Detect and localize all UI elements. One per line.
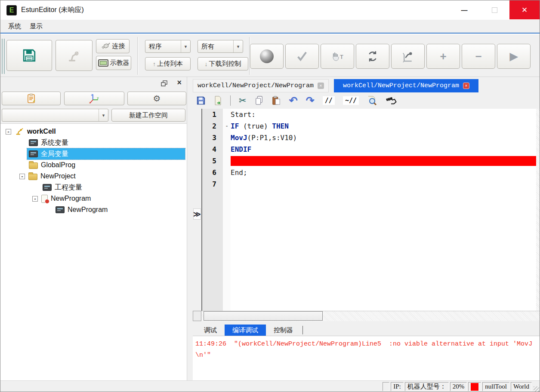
program-select[interactable]: 程序 ▾ — [145, 40, 191, 53]
status-cell-empty — [383, 382, 389, 391]
tab-close-icon[interactable]: × — [463, 83, 469, 89]
expander-icon[interactable]: - — [6, 129, 11, 135]
line-number: 5 — [202, 155, 223, 167]
vertical-scrollbar-track[interactable] — [536, 167, 540, 178]
expander-icon[interactable]: - — [32, 196, 38, 202]
record-button[interactable] — [250, 44, 284, 69]
line-number: 2 — [202, 120, 223, 132]
code-line[interactable]: 3 MovJ(P:P1,s:V10) — [202, 132, 540, 144]
tab-controller[interactable]: 控制器 — [266, 325, 301, 336]
variables-list-button[interactable] — [2, 92, 61, 105]
vertical-scrollbar-track[interactable] — [536, 120, 540, 132]
menu-display[interactable]: 显示 — [25, 22, 47, 31]
teach-pendant-button[interactable]: 示教器 — [96, 56, 131, 70]
checkmark-icon — [296, 50, 308, 62]
code-area[interactable]: 1 Start: 2- IF (true) THEN 3 MovJ(P:P1,s… — [201, 109, 540, 311]
tab-debug[interactable]: 调试 — [196, 325, 225, 336]
filter-select[interactable]: 所有 ▾ — [197, 40, 243, 53]
tree-item-globalprog[interactable]: GlobalProg — [0, 159, 187, 171]
download-to-controller-button[interactable]: ↓ 下载到控制 — [197, 57, 248, 70]
undo-button[interactable]: ↶ — [289, 95, 298, 106]
panel-splitter[interactable] — [187, 77, 193, 380]
vertical-scrollbar-track[interactable] — [536, 109, 540, 120]
tree-item-project-vars[interactable]: 工程变量 — [0, 182, 187, 193]
vertical-scrollbar-track[interactable] — [536, 178, 540, 190]
tab-close-icon[interactable]: × — [318, 83, 324, 89]
xyz-axes-icon: zyx — [88, 93, 100, 104]
fold-minus-icon[interactable]: - — [223, 120, 231, 132]
close-button[interactable]: ✕ — [509, 0, 540, 19]
maximize-button[interactable] — [479, 0, 509, 19]
float-panel-icon[interactable] — [161, 80, 168, 87]
tree-item-global-vars[interactable]: 全局变量 — [0, 148, 187, 159]
chevron-down-icon[interactable]: ▾ — [181, 40, 190, 52]
horizontal-scrollbar[interactable] — [193, 311, 540, 321]
vertical-scrollbar-track[interactable] — [536, 132, 540, 144]
play-icon: ▶ — [510, 51, 518, 61]
code-text: IF (true) THEN — [231, 120, 536, 132]
code-editor[interactable]: ≫ 1 Start: 2- IF (true) THEN 3 MovJ(P:P1… — [193, 109, 540, 311]
code-line[interactable]: 2- IF (true) THEN — [202, 120, 540, 132]
teach-pendant-icon — [98, 59, 108, 67]
tab-compile-debug[interactable]: 编译调试 — [225, 325, 266, 336]
coordinate-frame-button[interactable]: zyx — [64, 92, 124, 105]
robot-button[interactable] — [56, 40, 93, 71]
chevron-down-icon[interactable]: ▾ — [99, 109, 108, 121]
scrollbar-track[interactable] — [201, 311, 540, 321]
zoom-in-button[interactable]: + — [426, 44, 460, 69]
monitor-camera-button[interactable] — [386, 97, 397, 105]
save-floppy-icon — [22, 48, 37, 63]
workspace-select[interactable]: ▾ — [2, 109, 108, 122]
export-file-button[interactable] — [214, 96, 222, 105]
tree-item-newproject[interactable]: - NewProject — [0, 171, 187, 182]
copy-button[interactable] — [255, 96, 263, 105]
code-line[interactable]: 6 End; — [202, 167, 540, 178]
minimize-button[interactable]: — — [449, 0, 479, 19]
editor-tab-1[interactable]: workCell/NewProject/NewProgram × — [193, 79, 329, 92]
cut-button[interactable]: ✂ — [239, 95, 247, 106]
new-workspace-button[interactable]: 新建工作空间 — [111, 109, 185, 122]
vertical-scrollbar-track[interactable] — [536, 144, 540, 155]
scrollbar-corner — [193, 311, 201, 321]
compile-output-console[interactable]: 11:49:26 "(workCell/NewProject/NewProgra… — [193, 336, 540, 380]
tree-item-workcell[interactable]: - workCell — [0, 126, 187, 137]
find-button[interactable] — [367, 95, 377, 106]
upload-to-local-button[interactable]: ↑ 上传到本 — [145, 57, 191, 70]
save-button[interactable] — [6, 40, 52, 71]
settings-button[interactable]: ⚙ — [127, 92, 186, 105]
manual-mode-button[interactable]: T — [321, 44, 354, 69]
expand-panel-button[interactable]: ≫ — [193, 208, 201, 220]
code-line[interactable]: 1 Start: — [202, 109, 540, 120]
comment-button[interactable]: // — [323, 96, 335, 105]
vertical-scrollbar-track[interactable] — [536, 190, 540, 311]
tree-item-newprogram-vars[interactable]: NewProgram — [0, 204, 187, 215]
code-line[interactable]: 7 — [202, 178, 540, 190]
uncomment-button[interactable]: ~// — [343, 96, 359, 105]
collapsed-panel-strip: ≫ — [193, 109, 201, 311]
resize-grip-icon[interactable] — [534, 386, 539, 392]
toolbar-grip[interactable] — [2, 39, 5, 74]
upload-arrow-icon: ↑ — [153, 61, 156, 67]
zoom-out-button[interactable]: − — [462, 44, 495, 69]
chevron-down-icon[interactable]: ▾ — [233, 40, 243, 52]
cycle-mode-button[interactable] — [356, 44, 389, 69]
paste-button[interactable] — [272, 96, 281, 105]
code-line[interactable]: 4 ENDIF — [202, 144, 540, 155]
expander-icon[interactable]: - — [19, 174, 25, 179]
run-button[interactable]: ▶ — [497, 44, 531, 69]
connect-button[interactable]: 连接 — [96, 39, 130, 53]
tree-item-system-vars[interactable]: 系统变量 — [0, 137, 187, 148]
vertical-scrollbar-track[interactable] — [536, 155, 540, 167]
redo-button[interactable]: ↷ — [306, 95, 315, 106]
check-button[interactable] — [285, 44, 319, 69]
robot-coordinate-button[interactable] — [391, 44, 425, 69]
scrollbar-thumb[interactable] — [204, 311, 323, 321]
close-panel-icon[interactable]: × — [177, 78, 182, 87]
menu-system[interactable]: 系统 — [4, 22, 25, 31]
editor-tab-2-active[interactable]: workCell/NewProject/NewProgram × — [334, 79, 478, 92]
save-file-button[interactable] — [196, 96, 206, 105]
tree-item-newprogram[interactable]: - NewProgram — [0, 193, 187, 204]
code-area-filler[interactable] — [202, 190, 540, 311]
code-line-error[interactable]: 5 — [202, 155, 540, 167]
tree-item-label: NewProject — [40, 172, 76, 180]
